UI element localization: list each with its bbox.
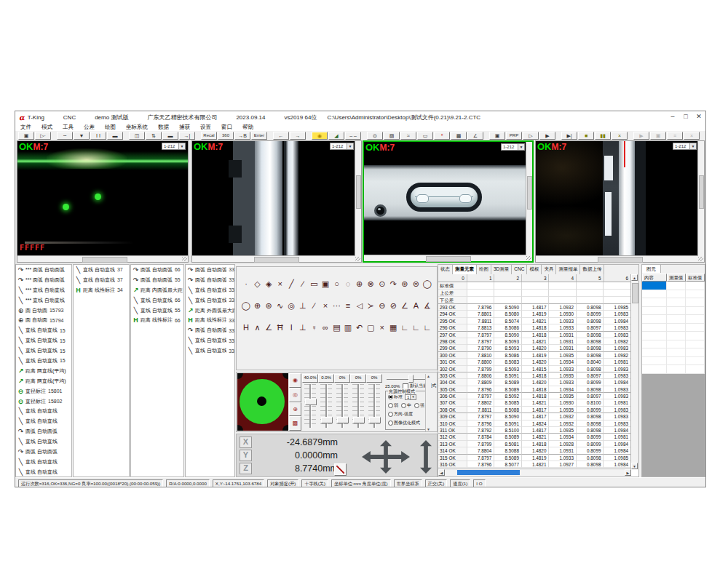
table-cell[interactable]: 8.5088 (494, 447, 522, 454)
table-cell[interactable]: 311 OK (438, 427, 467, 434)
vertical-scrollbar[interactable] (355, 141, 361, 256)
results-tab-状态[interactable]: 状态 (438, 265, 453, 274)
table-cell[interactable] (549, 297, 577, 304)
feature-list-item[interactable]: ↗距离 两直线(平均) (16, 366, 71, 376)
element-row[interactable] (642, 348, 705, 357)
measure-tool-icon[interactable]: ≻ (365, 301, 376, 311)
scroll-right-icon[interactable]: ▶ (625, 469, 631, 476)
table-cell[interactable]: 5 (577, 274, 604, 282)
menu-item-工具[interactable]: 工具 (58, 124, 79, 131)
measure-tool-icon[interactable]: ◯ (241, 301, 251, 311)
toolbar-button[interactable]: ▣ (18, 132, 34, 140)
feature-list-item[interactable]: ↷圆弧 自动圆弧 (16, 426, 71, 437)
table-cell[interactable]: 298 OK (438, 338, 467, 345)
light-slider[interactable]: 0% (350, 374, 366, 431)
measure-tool-icon[interactable]: ╱ (286, 279, 296, 289)
table-cell[interactable]: 1.0984 (604, 441, 631, 447)
element-cell[interactable] (667, 332, 686, 340)
toolbar-button[interactable]: →| (179, 132, 195, 140)
feature-list-item[interactable]: ⊖直径标注15802 (16, 396, 71, 407)
table-cell[interactable]: 1.0981 (604, 359, 631, 365)
table-cell[interactable]: 1.4821 (522, 434, 550, 440)
resize-grip-icon[interactable] (181, 256, 188, 262)
table-cell[interactable]: 293 OK (438, 304, 467, 311)
element-cell[interactable] (667, 340, 686, 348)
element-cell[interactable] (642, 365, 667, 373)
table-cell[interactable]: 1 (467, 274, 495, 282)
scroll-down-icon[interactable]: ▼ (631, 463, 638, 469)
scroll-down-icon[interactable]: ▼ (426, 427, 431, 431)
element-cell[interactable] (686, 282, 705, 290)
table-cell[interactable]: 1.0935 (549, 407, 577, 413)
horizontal-scrollbar[interactable] (536, 255, 698, 262)
feature-list-item[interactable]: ╲直线 自动直线33 (186, 335, 234, 346)
table-cell[interactable]: 0.8098 (577, 413, 604, 420)
table-cell[interactable]: 8.5100 (494, 427, 522, 434)
chevron-down-icon[interactable]: ▼ (689, 143, 696, 149)
element-cell[interactable] (642, 298, 667, 306)
table-cell[interactable]: 0.8099 (577, 434, 604, 440)
feature-list-item[interactable]: ╲直线 自动直线15 (16, 346, 71, 356)
element-row[interactable] (642, 290, 705, 299)
element-row[interactable] (642, 315, 705, 324)
feature-list-item[interactable]: ⊖直径标注15801 (16, 386, 71, 396)
feature-list-item[interactable]: ↷圆弧 自动圆弧55 (131, 275, 183, 285)
table-cell[interactable]: 296 OK (438, 324, 467, 331)
table-cell[interactable]: 下公差 (438, 297, 467, 304)
measure-tool-icon[interactable]: ∧ (253, 323, 263, 332)
radio-direction[interactable] (388, 412, 393, 417)
measure-tool-icon[interactable]: ∕ (309, 301, 319, 311)
measure-tool-icon[interactable]: ▦ (388, 323, 398, 332)
toolbar-button[interactable]: ▬ (162, 132, 178, 140)
table-cell[interactable]: 7.8809 (467, 379, 495, 386)
chevron-down-icon[interactable]: ▼ (178, 143, 185, 149)
table-cell[interactable]: 305 OK (438, 386, 467, 393)
radio-weak[interactable] (388, 403, 393, 408)
element-cell[interactable] (686, 324, 705, 332)
feature-list-item[interactable]: ╲直线 自动直线55 (131, 306, 183, 316)
table-cell[interactable]: 0.8097 (577, 372, 604, 379)
table-cell[interactable]: 8.5086 (494, 324, 522, 331)
feature-list-item[interactable]: ╲直线 自动直线 (16, 457, 71, 467)
camera-view-4[interactable]: OKM:7 1-212▼ (535, 140, 705, 263)
table-cell[interactable]: 1.4821 (522, 461, 550, 468)
table-cell[interactable]: 7.8797 (467, 332, 495, 338)
toolbar-button[interactable]: ⇅ (146, 132, 162, 140)
menu-item-模式[interactable]: 模式 (36, 124, 58, 131)
slider-thumb[interactable] (353, 417, 365, 423)
menu-item-帮助[interactable]: 帮助 (237, 124, 258, 131)
table-cell[interactable]: 294 OK (438, 311, 467, 317)
measure-tool-icon[interactable]: ◁ (355, 301, 365, 311)
toolbar-button[interactable]: ▮▮ (595, 132, 611, 140)
table-cell[interactable]: 0.8098 (577, 427, 604, 434)
table-cell[interactable]: 0.8098 (577, 420, 604, 427)
table-cell[interactable]: 1.0935 (549, 372, 577, 379)
element-row[interactable] (642, 340, 705, 349)
results-vertical-scrollbar[interactable]: ▲ ▼ (630, 274, 638, 469)
element-cell[interactable] (686, 348, 705, 356)
table-cell[interactable]: 1.0932 (549, 420, 577, 427)
element-row[interactable] (642, 357, 705, 366)
table-cell[interactable]: 8.5086 (494, 352, 522, 359)
table-cell[interactable]: 1.0984 (604, 461, 631, 468)
table-cell[interactable]: 0.8100 (577, 399, 604, 406)
light-ring-select-button[interactable]: ◉ (289, 373, 301, 388)
scroll-left-icon[interactable]: ◀ (438, 469, 445, 476)
element-cell[interactable] (667, 357, 686, 365)
table-cell[interactable]: 1.0930 (549, 399, 577, 406)
feature-list-item[interactable]: H距离 线性标注33 (186, 315, 234, 325)
element-cell[interactable] (667, 290, 686, 298)
measure-tool-icon[interactable]: ⊛ (400, 279, 410, 289)
table-cell[interactable]: 309 OK (438, 413, 467, 420)
toolbar-button[interactable]: ▩ (451, 132, 467, 140)
table-cell[interactable]: 301 OK (438, 359, 467, 365)
element-cell[interactable] (642, 315, 667, 323)
feature-list-item[interactable]: ╲直线 自动直线66 (131, 295, 183, 306)
measure-tool-icon[interactable]: Ħ (275, 323, 285, 332)
table-cell[interactable]: 8.5092 (494, 393, 522, 399)
toolbar-button[interactable]: ▷· (35, 132, 51, 140)
toolbar-button[interactable]: ■ (578, 132, 594, 140)
table-cell[interactable]: 306 OK (438, 393, 467, 399)
table-cell[interactable]: 7.8806 (467, 372, 495, 379)
toolbar-button[interactable]: × (684, 132, 700, 140)
